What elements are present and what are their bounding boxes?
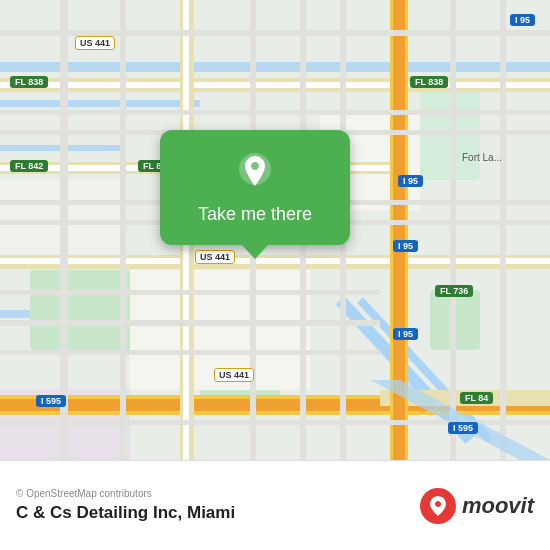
road-label-fl842: FL 842 <box>10 160 48 172</box>
copyright-text: © OpenStreetMap contributors <box>16 488 420 499</box>
svg-rect-16 <box>0 82 550 88</box>
road-label-i95-mid1: I 95 <box>398 175 423 187</box>
road-label-fl838-right: FL 838 <box>410 76 448 88</box>
svg-rect-42 <box>0 320 380 326</box>
road-label-i595-left: I 595 <box>36 395 66 407</box>
moovit-logo: moovit <box>420 488 534 524</box>
bottom-bar: © OpenStreetMap contributors C & Cs Deta… <box>0 460 550 550</box>
moovit-text-label: moovit <box>462 493 534 519</box>
bottom-info: © OpenStreetMap contributors C & Cs Deta… <box>16 488 420 523</box>
road-label-fl838-left: FL 838 <box>10 76 48 88</box>
road-label-us441-mid: US 441 <box>195 250 235 264</box>
road-label-us441-low: US 441 <box>214 368 254 382</box>
svg-rect-20 <box>0 258 550 264</box>
svg-rect-37 <box>0 110 550 115</box>
map-container: US 441 FL 838 FL 838 FL 842 FL 8 US 441 … <box>0 0 550 460</box>
svg-rect-1 <box>0 62 550 72</box>
popup-label: Take me there <box>198 204 312 225</box>
location-pin-icon <box>233 150 277 194</box>
svg-rect-29 <box>60 0 68 460</box>
svg-rect-41 <box>0 290 380 295</box>
road-label-i95-top: I 95 <box>510 14 535 26</box>
moovit-pin-icon <box>420 488 456 524</box>
map-popup[interactable]: Take me there <box>160 130 350 245</box>
svg-rect-30 <box>120 0 126 460</box>
svg-rect-43 <box>0 350 380 355</box>
svg-rect-34 <box>450 0 456 460</box>
road-label-fl736: FL 736 <box>435 285 473 297</box>
city-label-fort-la: Fort La... <box>462 152 502 163</box>
road-label-i95-low: I 95 <box>393 328 418 340</box>
road-label-us441-top: US 441 <box>75 36 115 50</box>
svg-point-47 <box>420 488 456 524</box>
road-label-fl84: FL 84 <box>460 392 493 404</box>
road-label-i595-right: I 595 <box>448 422 478 434</box>
road-label-i95-mid2: I 95 <box>393 240 418 252</box>
location-title: C & Cs Detailing Inc, Miami <box>16 503 420 523</box>
svg-rect-2 <box>0 100 200 107</box>
svg-rect-35 <box>500 0 506 460</box>
